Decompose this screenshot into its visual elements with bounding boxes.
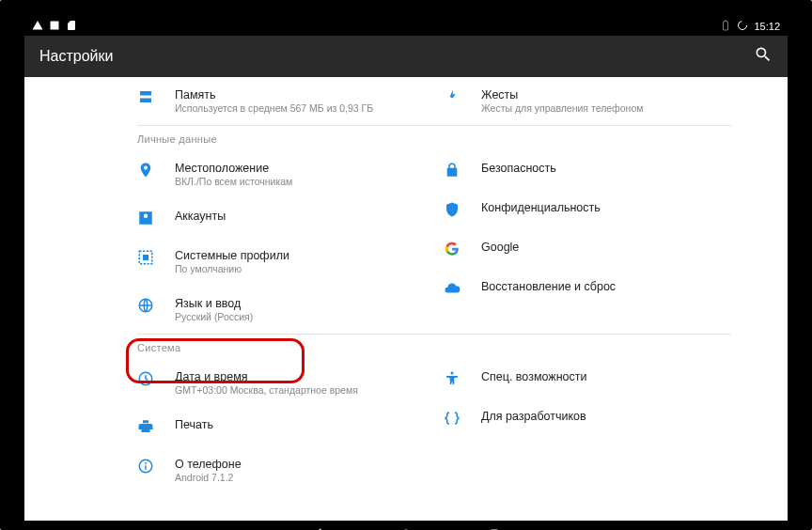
- item-subtitle: ВКЛ./По всем источникам: [175, 176, 444, 187]
- item-subtitle: Жесты для управления телефоном: [481, 102, 750, 114]
- item-title: Жесты: [481, 88, 750, 101]
- screen: 15:12 Настройки Память Используется в ср…: [24, 17, 788, 521]
- memory-icon: [137, 88, 175, 105]
- item-title: Язык и ввод: [175, 297, 444, 310]
- item-title: Память: [175, 88, 444, 101]
- cloud-icon: [444, 280, 481, 297]
- loading-icon: [737, 20, 748, 33]
- svg-rect-8: [145, 465, 147, 470]
- clock-icon: [137, 370, 175, 387]
- item-subtitle: GMT+03:00 Москва, стандартное время: [175, 384, 444, 396]
- svg-point-9: [451, 372, 454, 375]
- nav-back-button[interactable]: [311, 526, 324, 530]
- info-icon: [137, 458, 175, 475]
- settings-item-gestures[interactable]: Жесты Жесты для управления телефоном: [444, 77, 750, 125]
- settings-item-accounts[interactable]: Аккаунты: [137, 198, 444, 238]
- search-icon: [754, 51, 773, 67]
- status-bar: 15:12: [24, 17, 788, 36]
- location-icon: [137, 162, 175, 179]
- settings-item-privacy[interactable]: Конфиденциальность: [444, 190, 750, 229]
- settings-item-datetime[interactable]: Дата и времяGMT+03:00 Москва, стандартно…: [137, 359, 444, 407]
- settings-item-accessibility[interactable]: Спец. возможности: [444, 359, 750, 398]
- item-subtitle: Используется в среднем 567 МБ из 0,93 ГБ: [175, 102, 444, 114]
- nav-recent-button[interactable]: [488, 526, 501, 530]
- item-title: Спец. возможности: [481, 370, 750, 383]
- item-subtitle: Android 7.1.2: [175, 472, 444, 483]
- section-header-system: Система: [137, 335, 750, 359]
- item-title: Системные профили: [175, 249, 444, 262]
- settings-item-profiles[interactable]: Системные профилиПо умолчанию: [137, 238, 444, 286]
- item-title: Google: [481, 241, 750, 254]
- settings-item-security[interactable]: Безопасность: [444, 150, 750, 190]
- globe-icon: [137, 297, 175, 314]
- picture-icon: [49, 20, 60, 33]
- settings-item-about[interactable]: О телефонеAndroid 7.1.2: [137, 446, 444, 494]
- settings-content: Память Используется в среднем 567 МБ из …: [24, 77, 788, 521]
- settings-item-storage[interactable]: Память Используется в среднем 567 МБ из …: [137, 77, 444, 125]
- app-bar: Настройки: [24, 36, 788, 77]
- battery-icon: [720, 20, 731, 33]
- page-title: Настройки: [39, 48, 113, 65]
- accessibility-icon: [444, 370, 481, 387]
- device-frame: 15:12 Настройки Память Используется в ср…: [0, 0, 812, 530]
- item-subtitle: Русский (Россия): [175, 311, 444, 322]
- item-title: Аккаунты: [175, 210, 444, 223]
- settings-item-google[interactable]: Google: [444, 229, 750, 269]
- item-title: Печать: [175, 418, 444, 431]
- settings-item-language[interactable]: Язык и вводРусский (Россия): [137, 286, 444, 334]
- settings-item-location[interactable]: МестоположениеВКЛ./По всем источникам: [137, 150, 444, 198]
- sdcard-icon: [66, 20, 77, 33]
- item-title: Дата и время: [175, 370, 444, 383]
- account-icon: [137, 210, 175, 226]
- warning-icon: [32, 20, 43, 33]
- item-title: Местоположение: [175, 162, 444, 175]
- item-title: Конфиденциальность: [481, 201, 750, 214]
- braces-icon: [444, 410, 481, 427]
- settings-item-backup[interactable]: Восстановление и сброс: [444, 269, 750, 308]
- nav-home-button[interactable]: [399, 526, 413, 530]
- svg-rect-3: [143, 255, 148, 260]
- item-title: О телефоне: [175, 458, 444, 471]
- section-header-personal: Личные данные: [137, 126, 750, 150]
- navigation-bar: [24, 526, 788, 530]
- shield-icon: [444, 201, 481, 218]
- status-time: 15:12: [754, 21, 780, 32]
- search-button[interactable]: [754, 45, 773, 68]
- item-title: Восстановление и сброс: [481, 280, 750, 293]
- item-title: Для разработчиков: [481, 410, 750, 423]
- gesture-icon: [444, 88, 481, 105]
- svg-rect-0: [51, 22, 59, 30]
- lock-icon: [444, 162, 481, 179]
- svg-point-7: [145, 462, 147, 464]
- svg-point-1: [739, 22, 747, 30]
- printer-icon: [137, 418, 175, 435]
- settings-item-developer[interactable]: Для разработчиков: [444, 398, 750, 438]
- google-icon: [444, 241, 481, 257]
- item-title: Безопасность: [481, 162, 750, 175]
- settings-item-print[interactable]: Печать: [137, 407, 444, 446]
- profiles-icon: [137, 249, 175, 266]
- item-subtitle: По умолчанию: [175, 263, 444, 274]
